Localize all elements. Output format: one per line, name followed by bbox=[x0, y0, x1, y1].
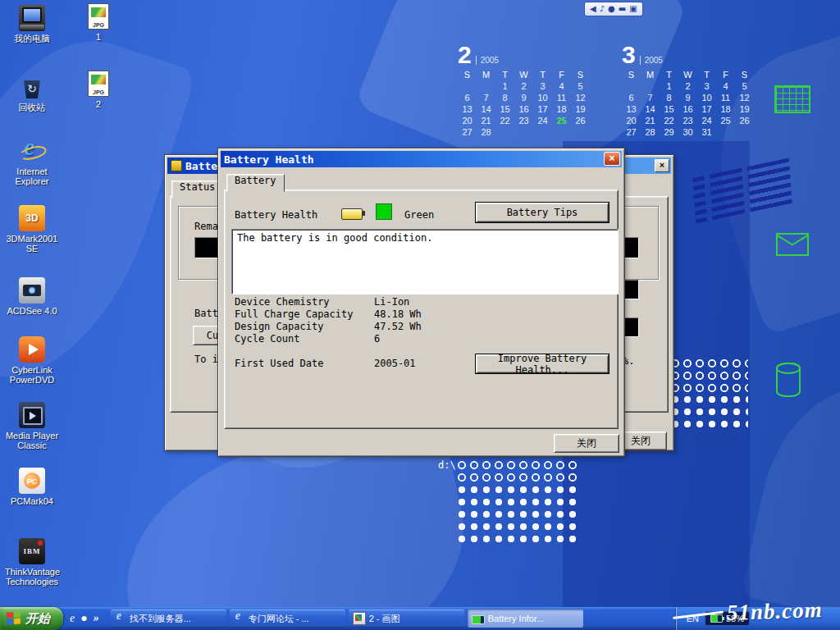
thinkvantage-icon bbox=[19, 538, 45, 564]
wallpaper-calendar-february: 22005 SMTWTFS123456789101112131415161718… bbox=[458, 43, 590, 139]
calendar-day: 7 bbox=[641, 93, 660, 104]
recycle-bin-icon bbox=[19, 74, 45, 100]
input-method-icon[interactable]: ◀ bbox=[590, 3, 596, 15]
calendar-day: 7 bbox=[477, 93, 495, 104]
health-close-x-icon[interactable] bbox=[604, 152, 620, 166]
calendar-day: 25 bbox=[716, 116, 735, 127]
desktop-icon-powerdvd[interactable]: CyberLink PowerDVD bbox=[5, 336, 59, 385]
calendar-day: 25 bbox=[552, 116, 571, 127]
calendar-month-number: 2 bbox=[458, 43, 472, 67]
calendar-day: 5 bbox=[571, 81, 590, 93]
tab-battery[interactable]: Battery bbox=[226, 174, 285, 192]
dots-pattern-rings bbox=[669, 358, 748, 394]
desktop-icon-my-computer[interactable]: 我的电脑 bbox=[5, 5, 59, 43]
desktop-icon-thinkvantage[interactable]: ThinkVantage Technologies bbox=[5, 538, 59, 587]
tab-status[interactable]: Status bbox=[171, 180, 223, 199]
desktop-icon-jpg-2[interactable]: 2 bbox=[79, 71, 118, 109]
powerdvd-icon bbox=[19, 336, 45, 363]
desktop-icon-recycle-bin[interactable]: 回收站 bbox=[5, 74, 59, 112]
battery-health-titlebar[interactable]: Battery Health bbox=[221, 151, 622, 167]
calendar-day: 14 bbox=[477, 104, 495, 116]
layout-grid-icon[interactable]: ▣ bbox=[629, 3, 637, 15]
calendar-day bbox=[571, 127, 590, 139]
paint-icon bbox=[353, 612, 366, 625]
overflow-chevron-icon[interactable]: » bbox=[94, 609, 99, 628]
calendar-day bbox=[641, 81, 660, 93]
calendar-day: 26 bbox=[571, 116, 590, 127]
dialog-title: Battery Health bbox=[224, 153, 314, 166]
battery-icon bbox=[341, 208, 363, 220]
desktop-icon-jpg-1[interactable]: 1 bbox=[79, 3, 118, 42]
taskbar-task[interactable]: 2 - 画图 bbox=[349, 609, 464, 628]
calendar-day: 12 bbox=[571, 93, 590, 104]
info-close-x-icon[interactable] bbox=[655, 159, 669, 172]
task-label: 专门网论坛 - ... bbox=[249, 613, 309, 625]
desktop-icon-3dmark2001[interactable]: 3DMark2001 SE bbox=[5, 205, 59, 253]
calendar-day: 4 bbox=[552, 81, 571, 93]
calendar-day: 29 bbox=[660, 127, 678, 139]
desktop-icon-internet-explorer[interactable]: Internet Explorer bbox=[5, 138, 59, 186]
tool-dot-icon[interactable]: ● bbox=[608, 3, 615, 15]
media-quicklaunch-icon[interactable]: ● bbox=[80, 609, 87, 628]
calendar-day: 4 bbox=[716, 81, 735, 93]
health-label: Battery Health bbox=[235, 209, 317, 221]
calendar-day bbox=[622, 81, 641, 93]
calendar-day: 8 bbox=[660, 93, 678, 104]
battery-tips-button[interactable]: Battery Tips bbox=[476, 203, 609, 222]
calendar-day: 31 bbox=[697, 127, 716, 139]
desktop-icon-acdsee[interactable]: ACDSee 4.0 bbox=[5, 277, 59, 316]
calendar-day: 12 bbox=[735, 93, 754, 104]
taskbar-task[interactable]: Battery Infor... bbox=[468, 609, 583, 628]
desktop-icon-pcmark04[interactable]: PCMark04 bbox=[5, 468, 59, 506]
start-button[interactable]: 开始 bbox=[0, 607, 63, 630]
ie-quicklaunch-icon[interactable]: e bbox=[70, 609, 75, 628]
start-label: 开始 bbox=[25, 611, 50, 627]
battery-tray-icon bbox=[710, 614, 723, 623]
calendar-day: 24 bbox=[533, 116, 552, 127]
calendar-weekday: S bbox=[735, 70, 754, 81]
calendar-year: 2005 bbox=[476, 56, 499, 65]
calendar-day: 15 bbox=[660, 104, 678, 116]
calendar-day: 23 bbox=[514, 116, 533, 127]
calendar-day: 22 bbox=[660, 116, 678, 127]
battery-health-dialog[interactable]: Battery Health Battery Battery Health Gr… bbox=[217, 148, 625, 457]
field-value: 2005-01 bbox=[374, 358, 416, 370]
calendar-day: 14 bbox=[641, 104, 660, 116]
calendar-month-number: 3 bbox=[622, 43, 636, 67]
language-bar[interactable]: ◀♪●▬▣ bbox=[584, 2, 643, 16]
taskbar-task[interactable]: 找不到服务器... bbox=[111, 609, 226, 628]
calendar-day: 18 bbox=[716, 104, 735, 116]
desktop-icon-media-player-classic[interactable]: Media Player Classic bbox=[5, 402, 59, 450]
spreadsheet-grid-icon bbox=[774, 85, 810, 113]
improve-battery-health-button[interactable]: Improve Battery Health... bbox=[476, 354, 609, 373]
calendar-weekday: S bbox=[571, 70, 590, 81]
task-label: 找不到服务器... bbox=[130, 613, 191, 625]
taskbar-task[interactable]: 专门网论坛 - ... bbox=[230, 609, 345, 628]
pcmark04-icon bbox=[19, 468, 45, 494]
calendar-day: 13 bbox=[458, 104, 477, 116]
calendar-year: 2005 bbox=[640, 56, 663, 65]
calendar-day: 6 bbox=[622, 93, 641, 104]
battery-info-icon bbox=[171, 160, 182, 171]
field-label: Cycle Count bbox=[235, 333, 374, 345]
calendar-day bbox=[716, 127, 735, 139]
desktop: d:\ 22005 SMTWTFS12345678910111213141516… bbox=[0, 0, 840, 630]
desktop-icon-label: ThinkVantage Technologies bbox=[5, 567, 59, 587]
desktop-icon-label: 3DMark2001 SE bbox=[5, 234, 59, 253]
calendar-day: 17 bbox=[697, 104, 716, 116]
calendar-day: 24 bbox=[697, 116, 716, 127]
calendar-day: 27 bbox=[622, 127, 641, 139]
calendar-day: 21 bbox=[477, 116, 495, 127]
field-value: Li-Ion bbox=[374, 296, 409, 308]
calendar-day bbox=[533, 127, 552, 139]
calendar-day: 20 bbox=[458, 116, 477, 127]
minimize-bar-icon[interactable]: ▬ bbox=[619, 3, 626, 15]
sound-icon[interactable]: ♪ bbox=[600, 3, 605, 15]
field-label: Full Charge Capacity bbox=[235, 308, 374, 321]
task-label: 2 - 画图 bbox=[369, 613, 400, 625]
health-close-button[interactable]: 关闭 bbox=[554, 434, 619, 453]
field-label: First Used Date bbox=[235, 358, 374, 370]
calendar-weekday: T bbox=[660, 70, 678, 81]
condition-textbox[interactable]: The battery is in good condition. bbox=[231, 229, 619, 294]
calendar-day bbox=[514, 127, 533, 139]
